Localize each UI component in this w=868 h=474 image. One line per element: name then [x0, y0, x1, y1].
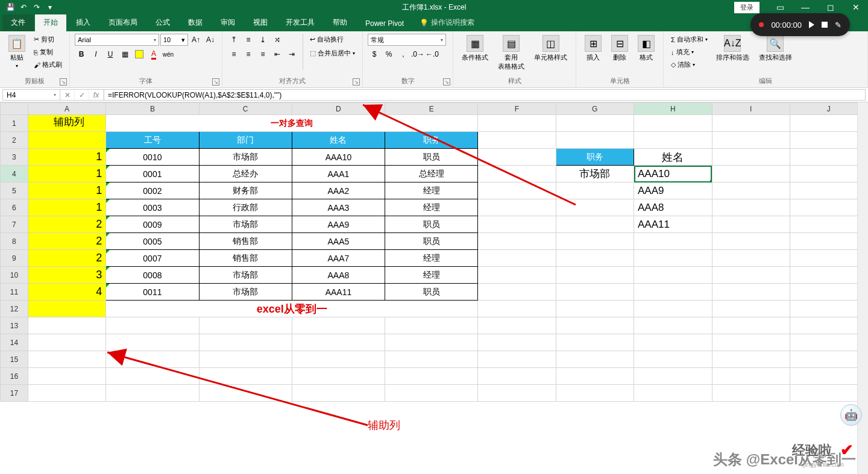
cell[interactable]: AAA5 — [292, 233, 385, 250]
tab-formulas[interactable]: 公式 — [147, 14, 178, 31]
row[interactable]: 15 — [1, 351, 868, 368]
cell[interactable]: 行政部 — [199, 199, 292, 216]
cell[interactable]: 市场部 — [199, 149, 292, 166]
col-header[interactable]: I — [712, 103, 790, 115]
increase-font-icon[interactable]: A↑ — [189, 34, 203, 46]
align-middle-icon[interactable]: ≡ — [242, 34, 255, 46]
row-header[interactable]: 8 — [1, 233, 28, 250]
cell[interactable]: 1 — [28, 182, 106, 199]
col-header[interactable]: B — [106, 103, 199, 115]
spreadsheet-grid[interactable]: A B C D E F G H I J 1 辅助列 一对多查询 2 工号 部门 … — [0, 102, 868, 402]
tab-home[interactable]: 开始 — [35, 14, 66, 31]
header-cell[interactable]: 职务 — [385, 132, 478, 149]
underline-button[interactable]: U — [104, 48, 117, 60]
cell[interactable]: AAA1 — [292, 166, 385, 182]
cell[interactable]: AAA8 — [292, 267, 385, 284]
cell[interactable]: 1 — [28, 199, 106, 216]
row[interactable]: 6 1 0003 行政部 AAA3 经理 AAA8 — [1, 199, 868, 216]
row-header[interactable]: 9 — [1, 250, 28, 267]
comma-icon[interactable]: , — [397, 48, 410, 60]
cell[interactable]: AAA7 — [292, 250, 385, 267]
row-header[interactable]: 13 — [1, 317, 28, 334]
row[interactable]: 8 2 0005 销售部 AAA5 职员 — [1, 233, 868, 250]
cell[interactable]: AAA2 — [292, 182, 385, 199]
header-cell[interactable]: 工号 — [106, 132, 199, 149]
cut-button[interactable]: ✂剪切 — [31, 34, 64, 45]
orientation-icon[interactable]: ⤭ — [271, 34, 284, 46]
save-icon[interactable]: 💾 — [5, 2, 16, 13]
cell[interactable]: 1 — [28, 166, 106, 182]
row-header[interactable]: 16 — [1, 368, 28, 385]
cell[interactable]: 职员 — [385, 233, 478, 250]
cell[interactable]: 0003 — [106, 199, 199, 216]
tab-view[interactable]: 视图 — [245, 14, 276, 31]
merge-center-button[interactable]: ⬚合并后居中▾ — [307, 48, 357, 59]
cell[interactable]: AAA10 — [292, 149, 385, 166]
col-header[interactable]: D — [292, 103, 385, 115]
sort-filter-button[interactable]: A↓Z排序和筛选 — [712, 34, 753, 63]
row[interactable]: 3 1 0010 市场部 AAA10 职员 职务 姓名 — [1, 149, 868, 166]
row[interactable]: 7 2 0009 市场部 AAA9 职员 AAA11 — [1, 216, 868, 233]
bold-button[interactable]: B — [75, 48, 88, 60]
cell[interactable]: 0010 — [106, 149, 199, 166]
tab-developer[interactable]: 开发工具 — [277, 14, 323, 31]
row-header[interactable]: 3 — [1, 149, 28, 166]
cell[interactable]: 财务部 — [199, 182, 292, 199]
ribbon-options-icon[interactable]: ▭ — [768, 0, 792, 14]
fill-button[interactable]: ↓填充▾ — [668, 46, 710, 58]
dialog-launcher-icon[interactable]: ↘ — [60, 78, 67, 86]
tab-review[interactable]: 审阅 — [212, 14, 244, 31]
maximize-icon[interactable]: ◻ — [819, 0, 843, 14]
qat-more-icon[interactable]: ▾ — [45, 2, 55, 13]
increase-decimal-icon[interactable]: .0→ — [411, 48, 424, 60]
col-header[interactable]: J — [790, 103, 867, 115]
cell[interactable]: 1 — [28, 149, 106, 166]
cancel-formula-icon[interactable]: ✕ — [60, 90, 75, 100]
font-color-button[interactable]: A — [147, 48, 160, 60]
header-cell[interactable]: 姓名 — [292, 132, 385, 149]
cell[interactable]: 0002 — [106, 182, 199, 199]
assistant-icon[interactable]: 🤖 — [840, 404, 862, 426]
cell[interactable]: 经理 — [385, 250, 478, 267]
align-top-icon[interactable]: ⤒ — [227, 34, 241, 46]
row-header[interactable]: 2 — [1, 132, 28, 149]
cell[interactable]: 0005 — [106, 233, 199, 250]
cell-A1[interactable]: 辅助列 — [28, 115, 106, 132]
wrap-text-button[interactable]: ↩自动换行 — [307, 34, 357, 45]
cell[interactable]: 4 — [28, 284, 106, 301]
align-center-icon[interactable]: ≡ — [242, 48, 255, 60]
col-header[interactable]: E — [385, 103, 478, 115]
autosum-button[interactable]: Σ自动求和▾ — [668, 34, 710, 45]
cell[interactable]: AAA8 — [634, 199, 712, 216]
column-headers[interactable]: A B C D E F G H I J — [1, 103, 868, 115]
row[interactable]: 10 3 0008 市场部 AAA8 经理 — [1, 267, 868, 284]
cell[interactable]: 0009 — [106, 216, 199, 233]
delete-cells-button[interactable]: ⊟删除 — [608, 34, 632, 63]
cell[interactable]: 职员 — [385, 284, 478, 301]
select-all-corner[interactable] — [1, 103, 28, 115]
row[interactable]: 9 2 0007 销售部 AAA7 经理 — [1, 250, 868, 267]
row[interactable]: 12 excel从零到一 — [1, 301, 868, 317]
insert-cells-button[interactable]: ⊞插入 — [581, 34, 605, 63]
row-header[interactable]: 5 — [1, 182, 28, 199]
cell[interactable]: 2 — [28, 216, 106, 233]
row-header[interactable]: 11 — [1, 284, 28, 301]
cell[interactable]: AAA11 — [292, 284, 385, 301]
border-button[interactable]: ▦ — [118, 48, 131, 60]
decrease-decimal-icon[interactable]: ←.0 — [426, 48, 439, 60]
italic-button[interactable]: I — [89, 48, 102, 60]
row[interactable]: 11 4 0011 市场部 AAA11 职员 — [1, 284, 868, 301]
row-header[interactable]: 10 — [1, 267, 28, 284]
align-bottom-icon[interactable]: ⤓ — [256, 34, 269, 46]
play-icon[interactable] — [809, 21, 814, 28]
cell[interactable]: 总经办 — [199, 166, 292, 182]
cell[interactable]: AAA9 — [292, 216, 385, 233]
fill-color-button[interactable] — [133, 48, 146, 60]
copy-button[interactable]: ⎘复制 — [31, 46, 64, 58]
cell[interactable]: 市场部 — [556, 166, 634, 182]
lookup-header[interactable]: 职务 — [556, 149, 634, 166]
dialog-launcher-icon[interactable]: ↘ — [353, 78, 360, 86]
row-header[interactable]: 15 — [1, 351, 28, 368]
cell[interactable]: 3 — [28, 267, 106, 284]
dialog-launcher-icon[interactable]: ↘ — [212, 78, 219, 86]
